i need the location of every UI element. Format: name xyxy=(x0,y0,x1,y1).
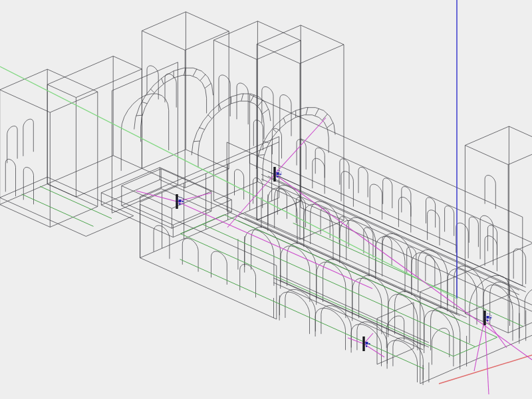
marker-body xyxy=(273,167,275,182)
clerestory-far xyxy=(249,94,522,286)
receiver-marker-1[interactable] xyxy=(362,336,370,351)
floor-grid-line xyxy=(180,233,453,356)
floor-grid-line xyxy=(22,194,94,227)
west-block xyxy=(47,56,142,197)
sound-ray-line xyxy=(275,174,532,360)
sound-ray-line xyxy=(136,191,372,289)
arcade-aisle-front xyxy=(274,275,429,385)
axis-y-green-line xyxy=(0,66,457,299)
sound-ray-line xyxy=(177,193,211,201)
tower-right xyxy=(465,126,532,333)
floor-slab-outline xyxy=(0,177,134,236)
wireframe-arch-window xyxy=(121,94,169,171)
sound-ray-line xyxy=(364,333,373,344)
receiver-marker-2[interactable] xyxy=(483,311,491,325)
marker-glyph-icon xyxy=(487,316,491,321)
marker-body xyxy=(362,336,364,351)
wireframe-scene-svg xyxy=(0,0,532,399)
floor-grid-line xyxy=(293,223,523,326)
source-marker-1[interactable] xyxy=(176,194,184,209)
end-wall-east xyxy=(112,63,178,213)
wireframe-vault-arch xyxy=(134,68,213,142)
source-marker-2[interactable] xyxy=(273,167,281,182)
marker-body xyxy=(176,194,178,209)
clerestory-near xyxy=(227,142,457,315)
tower-northwest xyxy=(142,12,229,188)
wireframe-arch-window xyxy=(219,75,248,124)
marker-body xyxy=(483,311,485,325)
wireframe-arch-window xyxy=(7,119,34,163)
floor-grid-line xyxy=(40,186,112,219)
viewport-3d-wireframe[interactable] xyxy=(0,0,532,399)
sound-ray-line xyxy=(485,318,489,394)
sound-ray-line xyxy=(474,318,485,371)
chapel-southwest xyxy=(0,69,98,227)
wireframe-vault-arch xyxy=(256,107,335,181)
